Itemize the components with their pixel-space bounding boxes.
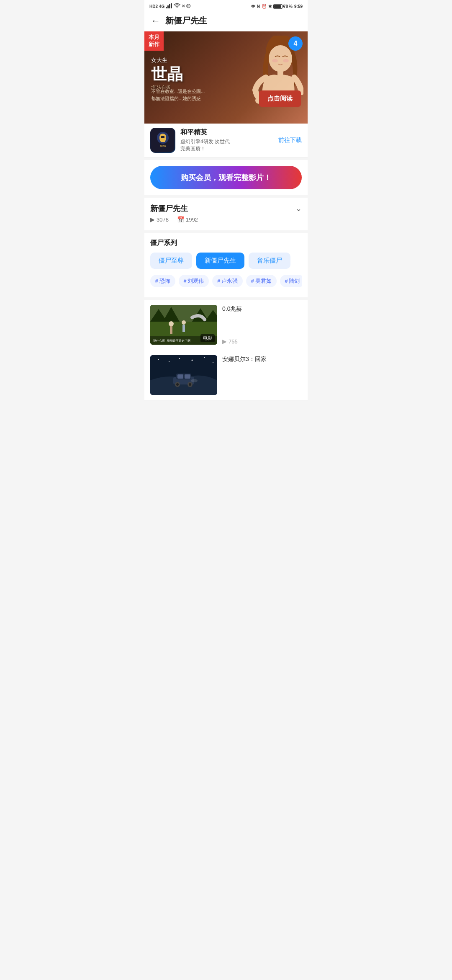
series-tab-1[interactable]: 僵尸至尊 [150,253,192,269]
tag-label: 卢永强 [221,277,238,285]
svg-point-36 [191,379,198,382]
movie-title: 新僵尸先生 [150,204,188,214]
svg-rect-37 [177,374,183,379]
series-section: 僵尸系列 僵尸至尊 新僵尸先生 音乐僵尸 # 恐怖 # 刘观伟 # 卢永强 # … [144,233,308,297]
series-tabs: 僵尸至尊 新僵尸先生 音乐僵尸 [150,253,302,269]
ad-download-button[interactable]: 前往下载 [278,137,302,144]
read-button[interactable]: 点击阅读 [259,90,301,107]
eye-icon: 👁 [251,4,255,9]
tag-4[interactable]: # 吴君如 [246,275,277,287]
svg-point-27 [192,360,193,361]
banner-subtitle: 女大生 [151,57,183,64]
chevron-down-icon: ⌄ [295,204,302,213]
ad-desc: 虚幻引擎4研发,次世代完美画质！ [180,138,273,152]
bluetooth-icon: ✱ [268,4,272,9]
svg-point-19 [182,320,186,325]
signal-bars [166,3,172,9]
banner: 本月新作 4 女大生 世晶 :無法自拔 不管在教室...還是在公園 [144,31,308,124]
content-title-2: 安娜贝尔3：回家 [222,355,302,364]
page-title: 新僵尸先生 [165,15,207,26]
play-icon: ▶ [150,216,155,223]
tag-2[interactable]: # 刘观伟 [179,275,209,287]
battery-icon: 78% [273,4,293,9]
svg-rect-2 [169,4,170,8]
movie-title-row[interactable]: 新僵尸先生 ⌄ [150,204,302,214]
tag-label: 恐怖 [159,277,170,285]
hash-icon: # [184,278,187,284]
svg-point-17 [169,321,174,326]
svg-point-35 [189,383,191,386]
content-list: -说什么呢 -刚刚是不是必了啊 电影 0.0兆赫 ▶ 755 [144,300,308,400]
ad-name: 和平精英 [180,128,273,137]
hash-icon: # [217,278,220,284]
vip-button[interactable]: 购买会员，观看完整影片！ [150,166,302,189]
tags-row: # 恐怖 # 刘观伟 # 卢永强 # 吴君如 # 陆剑 [150,275,302,289]
banner-main-title: 世晶 [151,66,183,83]
play-count: ▶ 3078 [150,216,169,223]
series-title: 僵尸系列 [150,239,302,248]
thumbnail-1: -说什么呢 -刚刚是不是必了啊 电影 [150,305,217,345]
tag-1[interactable]: # 恐怖 [150,275,175,287]
svg-text:-说什么呢 -刚刚是不是必了啊: -说什么呢 -刚刚是不是必了啊 [152,339,190,343]
back-button[interactable]: ← [151,16,160,26]
svg-point-5 [269,45,292,72]
series-tab-2[interactable]: 新僵尸先生 [196,253,244,269]
ad-card: PUBG 和平精英 虚幻引擎4研发,次世代完美画质！ 前往下载 [144,124,308,157]
year: 📅 1992 [177,216,198,223]
top-nav: ← 新僵尸先生 [144,11,308,31]
hash-icon: # [251,278,254,284]
content-meta-2: 安娜贝尔3：回家 [222,355,302,395]
signal-4g: 4G [159,4,164,9]
tag-label: 吴君如 [255,277,272,285]
svg-rect-38 [185,374,190,379]
status-left: HD2 4G ✕ ⓪ [149,3,190,9]
content-meta-1: 0.0兆赫 ▶ 755 [222,305,302,345]
hash-icon: # [155,278,158,284]
ad-info: 和平精英 虚幻引擎4研发,次世代完美画质！ [180,128,273,152]
svg-point-28 [204,357,205,358]
time-display: 9:59 [294,4,303,9]
content-title-1: 0.0兆赫 [222,305,302,313]
list-item[interactable]: 安娜贝尔3：回家 [144,350,308,400]
ad-icon: PUBG [150,128,175,153]
calendar-icon: 📅 [177,216,184,223]
svg-text:PUBG: PUBG [160,145,166,147]
svg-point-26 [179,358,180,359]
svg-rect-18 [170,326,172,334]
movie-meta: ▶ 3078 📅 1992 [150,216,302,227]
svg-rect-3 [171,3,172,8]
svg-point-29 [213,362,213,363]
svg-point-25 [169,361,170,362]
tag-label: 陆剑 [289,277,300,285]
list-item[interactable]: -说什么呢 -刚刚是不是必了啊 电影 0.0兆赫 ▶ 755 [144,300,308,350]
svg-point-33 [176,383,179,386]
extra-icons: ✕ ⓪ [182,3,190,9]
notification-badge[interactable]: 4 [288,36,303,51]
svg-rect-12 [161,136,164,138]
movie-info: 新僵尸先生 ⌄ ▶ 3078 📅 1992 [144,198,308,230]
tag-3[interactable]: # 卢永强 [212,275,243,287]
svg-point-24 [158,359,159,360]
series-tab-3[interactable]: 音乐僵尸 [249,253,290,269]
status-bar: HD2 4G ✕ ⓪ 👁 N ⏰ ✱ 78% 9:59 [144,0,308,11]
tag-label: 刘观伟 [187,277,204,285]
thumbnail-2 [150,355,217,395]
svg-rect-1 [167,5,169,8]
svg-point-6 [272,59,278,62]
banner-title-area: 女大生 世晶 :無法自拔 [151,57,183,90]
play-icon: ▶ [222,338,227,345]
type-badge-1: 电影 [200,334,215,342]
status-right: 👁 N ⏰ ✱ 78% 9:59 [251,4,303,9]
hash-icon: # [285,278,288,284]
play-count-1: ▶ 755 [222,338,302,345]
new-badge: 本月新作 [144,31,164,51]
svg-point-7 [283,59,289,62]
tag-5[interactable]: # 陆剑 [280,275,302,287]
hd-badge: HD2 [149,4,158,9]
alarm-icon: ⏰ [262,4,267,9]
vip-section: 购买会员，观看完整影片！ [144,160,308,195]
svg-rect-20 [182,325,185,332]
wifi-icon [174,3,180,9]
svg-rect-0 [166,7,167,8]
banner-desc: 不管在教室...還是在公園... 都無法阻擋的...她的誘惑 [151,88,205,103]
